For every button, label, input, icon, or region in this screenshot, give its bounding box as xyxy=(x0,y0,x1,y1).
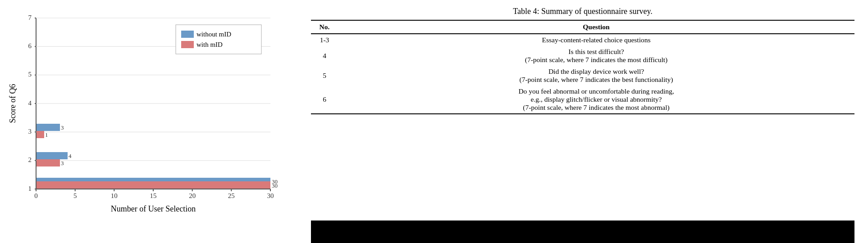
row-no-2: 4 xyxy=(311,46,338,66)
bar-score2-without xyxy=(37,152,68,159)
y-axis-label: Score of Q6 xyxy=(9,84,17,123)
chart-wrapper: 1 2 3 4 5 6 7 xyxy=(9,11,288,232)
x-tick-5: 5 xyxy=(73,192,77,199)
row-question-4: Do you feel abnormal or uncomfortable du… xyxy=(338,86,854,114)
y-tick-2: 2 xyxy=(28,156,32,163)
row-question-1: Essay-content-related choice questions xyxy=(338,34,854,46)
row-question-3: Did the display device work well? (7-poi… xyxy=(338,66,854,86)
bar-score2-with xyxy=(37,159,60,166)
y-tick-1: 1 xyxy=(28,185,32,192)
table-row: 5 Did the display device work well? (7-p… xyxy=(311,66,854,86)
x-tick-25: 25 xyxy=(228,192,235,199)
annotation-score3-with: 1 xyxy=(45,131,48,138)
table-title: Table 4: Summary of questionnaire survey… xyxy=(311,7,854,16)
y-tick-6: 6 xyxy=(28,42,32,50)
y-tick-3: 3 xyxy=(28,128,32,135)
annotation-score3-without: 3 xyxy=(61,124,64,131)
table-row: 1-3 Essay-content-related choice questio… xyxy=(311,34,854,46)
bar-chart: 1 2 3 4 5 6 7 xyxy=(9,11,288,232)
bar-score3-with xyxy=(37,131,44,138)
x-tick-30: 30 xyxy=(267,192,274,199)
table-header-row: No. Question xyxy=(311,20,854,34)
legend-color-without xyxy=(181,31,194,38)
annotation-score1-with: 30 xyxy=(272,182,278,189)
legend-label-with: with mID xyxy=(196,41,223,48)
bar-score3-without xyxy=(37,124,60,131)
y-tick-4: 4 xyxy=(28,99,32,107)
col-no: No. xyxy=(311,20,338,34)
bar-score1-with xyxy=(37,181,270,189)
x-tick-10: 10 xyxy=(111,192,118,199)
annotation-score2-without: 4 xyxy=(69,153,72,159)
legend-label-without: without mID xyxy=(196,31,231,38)
row-no-1: 1-3 xyxy=(311,34,338,46)
x-axis-label: Number of User Selection xyxy=(111,204,196,213)
row-question-2: Is this test difficult? (7-point scale, … xyxy=(338,46,854,66)
chart-area: 1 2 3 4 5 6 7 xyxy=(0,0,297,243)
annotation-score2-with: 3 xyxy=(61,160,64,166)
black-bar xyxy=(311,220,854,243)
col-question: Question xyxy=(338,20,854,34)
row-no-3: 5 xyxy=(311,66,338,86)
x-tick-20: 20 xyxy=(189,192,196,199)
row-no-4: 6 xyxy=(311,86,338,114)
y-tick-7: 7 xyxy=(28,14,32,21)
survey-table: No. Question 1-3 Essay-content-related c… xyxy=(311,20,854,114)
y-tick-5: 5 xyxy=(28,71,32,78)
legend-color-with xyxy=(181,41,194,48)
table-row: 6 Do you feel abnormal or uncomfortable … xyxy=(311,86,854,114)
x-tick-0: 0 xyxy=(34,192,38,199)
legend-box xyxy=(176,25,261,54)
x-tick-15: 15 xyxy=(150,192,157,199)
table-area: Table 4: Summary of questionnaire survey… xyxy=(297,0,868,243)
table-row: 4 Is this test difficult? (7-point scale… xyxy=(311,46,854,66)
